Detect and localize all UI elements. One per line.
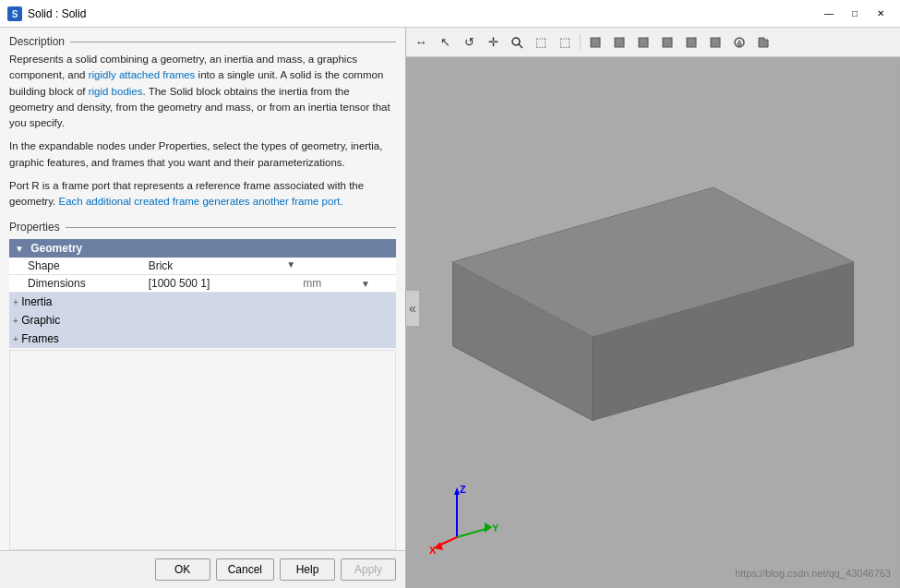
tb-view8-icon[interactable] <box>752 31 774 54</box>
svg-rect-6 <box>639 38 648 47</box>
tb-refresh-icon[interactable]: ↔ <box>410 31 432 54</box>
properties-empty-area <box>9 350 396 550</box>
svg-line-20 <box>457 528 489 537</box>
tb-view3-icon[interactable] <box>632 31 654 54</box>
cancel-button[interactable]: Cancel <box>216 558 274 581</box>
svg-rect-9 <box>711 38 720 47</box>
z-axis-label: Z <box>460 484 466 495</box>
tb-view6-icon[interactable] <box>704 31 726 54</box>
svg-rect-4 <box>591 38 600 47</box>
dimensions-label: Dimensions <box>9 275 145 293</box>
window-controls: — □ ✕ <box>817 4 893 24</box>
svg-rect-7 <box>663 38 672 47</box>
close-button[interactable]: ✕ <box>869 4 893 24</box>
minimize-button[interactable]: — <box>817 4 841 24</box>
graphic-label: Graphic <box>21 314 60 327</box>
y-axis-label: Y <box>492 522 499 534</box>
collapse-button[interactable]: « <box>405 290 420 327</box>
svg-line-3 <box>519 44 522 48</box>
description-label: Description <box>9 35 396 48</box>
tb-view2-icon[interactable] <box>608 31 630 54</box>
svg-rect-8 <box>687 38 696 47</box>
help-button[interactable]: Help <box>280 558 335 581</box>
shape-row: Shape Brick ▼ <box>9 258 396 275</box>
x-axis-label: X <box>429 545 437 556</box>
geometry-header-label: Geometry <box>30 242 82 255</box>
tb-view1-icon[interactable] <box>584 31 606 54</box>
inertia-row[interactable]: + Inertia <box>9 293 396 312</box>
geometry-header-row: ▼ Geometry <box>9 239 396 258</box>
coordinate-axes: Z Y X <box>429 482 503 556</box>
title-bar: S Solid : Solid — □ ✕ <box>0 0 900 28</box>
toolbar-separator-1 <box>580 34 581 51</box>
tb-rubberband2-icon[interactable]: ⬚ <box>554 31 576 54</box>
tb-view7-icon[interactable] <box>728 31 750 54</box>
inertia-label: Inertia <box>21 295 52 308</box>
properties-label: Properties <box>9 221 396 234</box>
dimensions-unit[interactable]: mm <box>299 275 357 293</box>
window-title: Solid : Solid <box>28 7 811 20</box>
frames-label: Frames <box>21 332 59 345</box>
ok-button[interactable]: OK <box>155 558 210 581</box>
dimensions-value[interactable]: [1000 500 1] <box>145 275 300 293</box>
tb-view4-icon[interactable] <box>656 31 678 54</box>
right-panel: ↔ ↖ ↺ ✛ ⬚ ⬚ <box>406 28 900 588</box>
tb-rotate-icon[interactable]: ↺ <box>458 31 480 54</box>
main-container: Description Represents a solid combining… <box>0 28 900 588</box>
svg-marker-21 <box>485 522 492 533</box>
shape-value[interactable]: Brick ▼ <box>145 258 300 275</box>
apply-button[interactable]: Apply <box>341 558 396 581</box>
tb-view5-icon[interactable] <box>680 31 702 54</box>
left-panel: Description Represents a solid combining… <box>0 28 406 588</box>
properties-table: ▼ Geometry Shape Brick ▼ Dimensions <box>9 239 396 348</box>
svg-marker-11 <box>736 39 743 46</box>
viewport-canvas[interactable]: Z Y X https://blog.csdn.net/qq_43046763 <box>406 57 900 588</box>
frames-row[interactable]: + Frames <box>9 330 396 348</box>
description-area: Description Represents a solid combining… <box>0 28 405 217</box>
tb-pan-icon[interactable]: ✛ <box>482 31 504 54</box>
viewport-toolbar: ↔ ↖ ↺ ✛ ⬚ ⬚ <box>406 28 900 57</box>
maximize-button[interactable]: □ <box>843 4 867 24</box>
svg-point-2 <box>512 38 520 45</box>
svg-marker-12 <box>759 38 768 47</box>
svg-text:S: S <box>12 9 18 19</box>
description-text: Represents a solid combining a geometry,… <box>9 52 396 210</box>
tb-select-icon[interactable]: ↖ <box>434 31 456 54</box>
button-bar: OK Cancel Help Apply <box>0 550 405 588</box>
tb-rubberband-icon[interactable]: ⬚ <box>530 31 552 54</box>
watermark-text: https://blog.csdn.net/qq_43046763 <box>735 568 891 579</box>
app-icon: S <box>7 6 22 21</box>
graphic-row[interactable]: + Graphic <box>9 311 396 330</box>
dimensions-row: Dimensions [1000 500 1] mm ▼ <box>9 275 396 293</box>
shape-label: Shape <box>9 258 145 275</box>
properties-section: Properties ▼ Geometry Shape Brick ▼ <box>0 217 405 550</box>
tb-zoom-icon[interactable] <box>506 31 528 54</box>
svg-rect-5 <box>615 38 624 47</box>
